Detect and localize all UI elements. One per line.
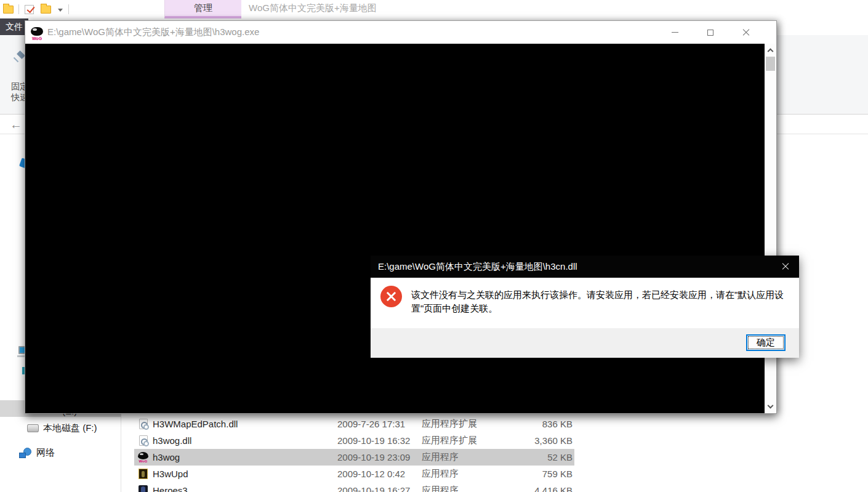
file-size: 52 KB xyxy=(467,449,573,466)
network-icon xyxy=(19,448,31,458)
pushpin-icon xyxy=(12,51,26,65)
customize-qat-chevron-icon[interactable] xyxy=(58,9,63,12)
file-name: Heroes3 xyxy=(153,482,188,492)
file-date: 2009-10-19 16:32 xyxy=(337,432,410,449)
explorer-app-icon xyxy=(3,6,14,14)
close-button[interactable] xyxy=(728,21,764,44)
h3wupd-app-icon xyxy=(138,466,148,482)
file-date: 2009-10-19 16:27 xyxy=(337,482,410,492)
minimize-button[interactable] xyxy=(657,21,693,44)
file-size: 4,416 KB xyxy=(467,482,573,492)
vertical-scrollbar[interactable] xyxy=(765,44,776,413)
scroll-up-arrow-icon[interactable] xyxy=(765,44,776,55)
file-row[interactable]: h3wog.dll 2009-10-19 16:32 应用程序扩展 3,360 … xyxy=(134,432,574,449)
file-row[interactable]: Heroes3 2009-10-19 16:27 应用程序 4,416 KB xyxy=(134,482,574,492)
toolbar-separator xyxy=(68,4,69,14)
quick-access-toolbar xyxy=(0,0,71,18)
wog-app-icon: WoG xyxy=(31,26,43,39)
file-row-selected[interactable]: WoG h3wog 2009-10-19 23:09 应用程序 52 KB xyxy=(134,449,574,466)
drive-f-label: 本地磁盘 (F:) xyxy=(43,422,97,434)
wog-app-icon: WoG xyxy=(138,449,148,466)
scrollbar-thumb[interactable] xyxy=(766,57,775,71)
file-name: H3wUpd xyxy=(153,466,188,482)
back-button[interactable]: ← xyxy=(8,116,24,132)
file-name: h3wog.dll xyxy=(153,432,191,449)
dialog-title: E:\game\WoG简体中文完美版+海量地图\h3cn.dll xyxy=(378,261,577,273)
explorer-window-title: WoG简体中文完美版+海量地图 xyxy=(249,0,377,17)
dialog-close-button[interactable] xyxy=(771,256,799,278)
game-window-client-area xyxy=(25,44,776,413)
toolbar-separator xyxy=(18,4,19,14)
file-name: H3WMapEdPatch.dll xyxy=(153,416,238,432)
file-size: 836 KB xyxy=(467,416,573,432)
file-row[interactable]: H3WMapEdPatch.dll 2009-7-26 17:31 应用程序扩展… xyxy=(134,416,574,432)
dialog-titlebar[interactable]: E:\game\WoG简体中文完美版+海量地图\h3cn.dll xyxy=(371,256,799,278)
scroll-down-arrow-icon[interactable] xyxy=(765,401,776,413)
disk-drive-icon xyxy=(27,424,39,432)
error-dialog: E:\game\WoG简体中文完美版+海量地图\h3cn.dll 该文件没有与之… xyxy=(371,256,799,358)
tab-manage[interactable]: 管理 xyxy=(164,0,241,18)
ok-button[interactable]: 确定 xyxy=(746,334,786,351)
file-type: 应用程序 xyxy=(422,466,459,482)
maximize-button[interactable] xyxy=(693,21,728,44)
sidebar-item-drive-f[interactable]: 本地磁盘 (F:) xyxy=(0,420,121,437)
heroes3-app-icon xyxy=(138,482,148,492)
file-row[interactable]: H3wUpd 2009-10-12 0:42 应用程序 759 KB xyxy=(134,466,574,482)
new-folder-icon[interactable] xyxy=(41,6,51,14)
file-type: 应用程序 xyxy=(422,482,459,492)
file-date: 2009-7-26 17:31 xyxy=(337,416,405,432)
file-date: 2009-10-19 23:09 xyxy=(337,449,410,466)
file-size: 759 KB xyxy=(467,466,573,482)
dialog-footer: 确定 xyxy=(371,328,799,358)
error-message: 该文件没有与之关联的应用来执行该操作。请安装应用，若已经安装应用，请在"默认应用… xyxy=(411,288,784,315)
file-type: 应用程序 xyxy=(422,449,459,466)
game-window-titlebar[interactable]: WoG E:\game\WoG简体中文完美版+海量地图\h3wog.exe xyxy=(25,21,776,44)
dll-file-icon xyxy=(138,432,148,449)
file-name: h3wog xyxy=(153,449,180,466)
network-label: 网络 xyxy=(36,447,55,459)
explorer-titlebar: 管理 WoG简体中文完美版+海量地图 xyxy=(0,0,868,18)
window-controls xyxy=(657,21,764,44)
error-icon xyxy=(380,286,402,307)
file-date: 2009-10-12 0:42 xyxy=(337,466,405,482)
properties-check-icon[interactable] xyxy=(25,5,34,14)
game-window-title: E:\game\WoG简体中文完美版+海量地图\h3wog.exe xyxy=(47,26,259,38)
dll-file-icon xyxy=(138,416,148,432)
file-size: 3,360 KB xyxy=(467,432,573,449)
sidebar-item-network[interactable]: 网络 xyxy=(0,445,121,461)
